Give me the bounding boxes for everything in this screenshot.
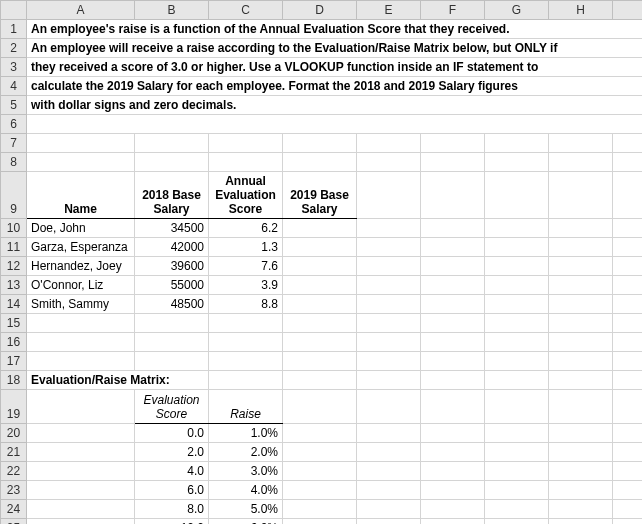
cell[interactable] (485, 134, 549, 153)
cell[interactable] (421, 295, 485, 314)
matrix-raise[interactable]: 5.0% (209, 500, 283, 519)
cell[interactable] (549, 219, 613, 238)
cell[interactable] (549, 443, 613, 462)
hdr-2019[interactable]: 2019 Base Salary (283, 172, 357, 219)
cell[interactable] (357, 333, 421, 352)
row-2[interactable]: 2An employee will receive a raise accord… (1, 39, 643, 58)
cell[interactable] (549, 172, 613, 219)
cell[interactable] (357, 390, 421, 424)
cell[interactable]: calculate the 2019 Salary for each emplo… (27, 77, 643, 96)
row-25[interactable]: 2510.06.0% (1, 519, 643, 525)
matrix-score[interactable]: 2.0 (135, 443, 209, 462)
cell[interactable]: An employee will receive a raise accordi… (27, 39, 643, 58)
cell[interactable] (27, 314, 135, 333)
cell[interactable] (27, 115, 643, 134)
emp-score[interactable]: 6.2 (209, 219, 283, 238)
cell[interactable] (613, 314, 643, 333)
col-E[interactable]: E (357, 1, 421, 20)
cell[interactable] (549, 500, 613, 519)
emp-salary[interactable]: 48500 (135, 295, 209, 314)
cell[interactable] (27, 481, 135, 500)
cell[interactable] (283, 134, 357, 153)
cell[interactable] (209, 333, 283, 352)
cell[interactable] (613, 238, 643, 257)
cell[interactable] (421, 500, 485, 519)
cell[interactable] (135, 352, 209, 371)
cell[interactable] (613, 443, 643, 462)
cell[interactable] (549, 257, 613, 276)
row-11[interactable]: 11Garza, Esperanza420001.3 (1, 238, 643, 257)
row-14[interactable]: 14Smith, Sammy485008.8 (1, 295, 643, 314)
cell[interactable] (485, 424, 549, 443)
cell[interactable] (613, 219, 643, 238)
cell[interactable] (357, 134, 421, 153)
row-12[interactable]: 12Hernandez, Joey396007.6 (1, 257, 643, 276)
cell[interactable] (421, 238, 485, 257)
row-header[interactable]: 18 (1, 371, 27, 390)
cell[interactable] (357, 519, 421, 525)
cell[interactable] (613, 390, 643, 424)
cell[interactable] (485, 276, 549, 295)
cell[interactable] (421, 153, 485, 172)
cell[interactable] (283, 276, 357, 295)
cell[interactable] (421, 519, 485, 525)
row-header[interactable]: 7 (1, 134, 27, 153)
row-18[interactable]: 18Evaluation/Raise Matrix: (1, 371, 643, 390)
cell[interactable] (357, 219, 421, 238)
cell[interactable] (357, 295, 421, 314)
cell[interactable] (421, 390, 485, 424)
row-19[interactable]: 19 Evaluation Score Raise (1, 390, 643, 424)
cell[interactable] (283, 481, 357, 500)
matrix-raise[interactable]: 2.0% (209, 443, 283, 462)
cell[interactable] (549, 333, 613, 352)
cell[interactable] (357, 257, 421, 276)
matrix-hdr-score[interactable]: Evaluation Score (135, 390, 209, 424)
row-header[interactable]: 14 (1, 295, 27, 314)
row-header[interactable]: 11 (1, 238, 27, 257)
cell[interactable] (613, 371, 643, 390)
cell[interactable] (357, 500, 421, 519)
cell[interactable] (613, 276, 643, 295)
cell[interactable] (135, 134, 209, 153)
cell[interactable] (357, 443, 421, 462)
row-8[interactable]: 8 (1, 153, 643, 172)
matrix-score[interactable]: 0.0 (135, 424, 209, 443)
row-17[interactable]: 17 (1, 352, 643, 371)
matrix-raise[interactable]: 1.0% (209, 424, 283, 443)
row-3[interactable]: 3they received a score of 3.0 or higher.… (1, 58, 643, 77)
cell[interactable] (613, 257, 643, 276)
cell[interactable] (27, 390, 135, 424)
cell[interactable] (421, 219, 485, 238)
col-F[interactable]: F (421, 1, 485, 20)
cell[interactable] (485, 333, 549, 352)
cell[interactable] (549, 352, 613, 371)
cell[interactable] (283, 257, 357, 276)
emp-salary[interactable]: 55000 (135, 276, 209, 295)
cell[interactable]: they received a score of 3.0 or higher. … (27, 58, 643, 77)
matrix-title[interactable]: Evaluation/Raise Matrix: (27, 371, 209, 390)
cell[interactable] (27, 443, 135, 462)
cell[interactable] (421, 333, 485, 352)
row-header[interactable]: 1 (1, 20, 27, 39)
cell[interactable] (357, 462, 421, 481)
row-22[interactable]: 224.03.0% (1, 462, 643, 481)
cell[interactable] (421, 481, 485, 500)
spreadsheet-grid[interactable]: A B C D E F G H 1An employee's raise is … (0, 0, 642, 524)
cell[interactable] (27, 352, 135, 371)
cell[interactable] (27, 333, 135, 352)
emp-score[interactable]: 7.6 (209, 257, 283, 276)
cell[interactable] (421, 424, 485, 443)
cell[interactable] (613, 424, 643, 443)
cell[interactable] (613, 134, 643, 153)
cell[interactable] (357, 371, 421, 390)
cell[interactable] (421, 257, 485, 276)
spreadsheet-viewport[interactable]: A B C D E F G H 1An employee's raise is … (0, 0, 642, 524)
cell[interactable] (209, 314, 283, 333)
matrix-raise[interactable]: 3.0% (209, 462, 283, 481)
matrix-score[interactable]: 8.0 (135, 500, 209, 519)
row-header[interactable]: 10 (1, 219, 27, 238)
cell[interactable] (421, 352, 485, 371)
matrix-score[interactable]: 6.0 (135, 481, 209, 500)
row-header[interactable]: 25 (1, 519, 27, 525)
cell[interactable] (135, 333, 209, 352)
